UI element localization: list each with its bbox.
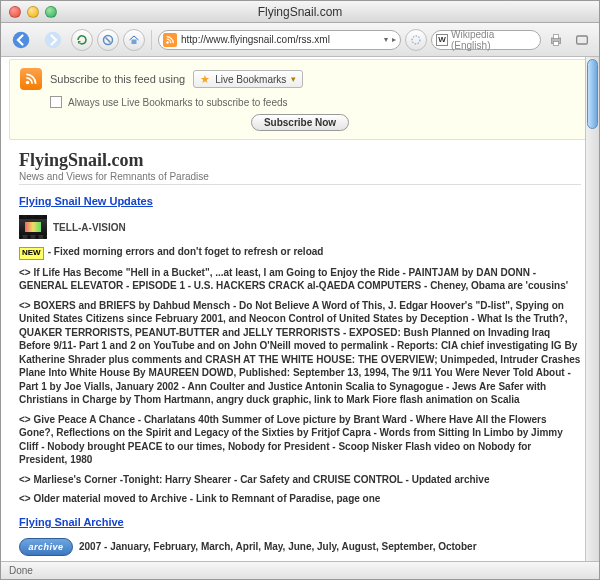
stop-icon: [102, 34, 114, 46]
home-icon: [128, 34, 140, 46]
back-icon: [12, 31, 30, 49]
downloads-icon: [574, 32, 590, 48]
search-bar[interactable]: W Wikipedia (English): [431, 30, 541, 50]
url-text: http://www.flyingsnail.com/rss.xml: [181, 34, 380, 45]
svg-rect-10: [577, 36, 588, 44]
search-placeholder: Wikipedia (English): [451, 29, 536, 51]
feed-para-1: <> If Life Has Become "Hell in a Bucket"…: [19, 266, 581, 293]
rss-badge-icon: [20, 68, 42, 90]
feed-title: FlyingSnail.com: [19, 150, 581, 171]
content-area: Subscribe to this feed using ★ Live Book…: [1, 57, 599, 561]
new-badge: NEW: [19, 247, 44, 260]
svg-point-0: [13, 31, 30, 48]
svg-point-6: [412, 36, 420, 44]
window-title: FlyingSnail.com: [1, 5, 599, 19]
subscribe-selector[interactable]: ★ Live Bookmarks ▾: [193, 70, 303, 88]
url-dropdown-icon[interactable]: ▾: [384, 35, 388, 44]
downloads-button[interactable]: [571, 29, 593, 51]
subscribe-label: Subscribe to this feed using: [50, 73, 185, 85]
browser-window: FlyingSnail.com http://www.flyingsnail.c…: [0, 0, 600, 580]
tellavision-row: TELL-A-VISION: [19, 215, 581, 239]
new-line: NEW- Fixed morning errors and don't foge…: [19, 245, 581, 260]
titlebar: FlyingSnail.com: [1, 1, 599, 23]
reload-button[interactable]: [71, 29, 93, 51]
status-text: Done: [9, 565, 33, 576]
vertical-scrollbar[interactable]: [585, 57, 599, 561]
feed-para-3: <> Give Peace A Chance - Charlatans 40th…: [19, 413, 581, 467]
feed-para-2: <> BOXERS and BRIEFS by Dahbud Mensch - …: [19, 299, 581, 407]
feed-tagline: News and Views for Remnants of Paradise: [19, 171, 581, 185]
rss-favicon-icon: [163, 33, 177, 47]
archive-header: archive 2007 - January, February, March,…: [19, 538, 581, 556]
svg-point-5: [166, 41, 169, 44]
stop-button[interactable]: [97, 29, 119, 51]
svg-rect-8: [553, 34, 558, 38]
updates-link[interactable]: Flying Snail New Updates: [19, 195, 153, 207]
reload-icon: [76, 34, 88, 46]
subscribe-now-button[interactable]: Subscribe Now: [251, 114, 349, 131]
bookmark-star-icon: ★: [200, 73, 210, 86]
chevron-down-icon: ▾: [291, 74, 296, 84]
archive-badge: archive: [19, 538, 73, 556]
svg-rect-4: [132, 39, 137, 44]
subscribe-panel: Subscribe to this feed using ★ Live Book…: [9, 59, 591, 140]
tellavision-label: TELL-A-VISION: [53, 222, 126, 233]
svg-line-3: [106, 37, 111, 42]
new-line-text: - Fixed morning errors and don't foget t…: [48, 246, 324, 257]
subscribe-selector-label: Live Bookmarks: [215, 74, 286, 85]
toolbar-sep: [151, 30, 152, 50]
always-checkbox[interactable]: [50, 96, 62, 108]
wikipedia-icon: W: [436, 34, 448, 46]
print-button[interactable]: [545, 29, 567, 51]
film-icon: [19, 215, 47, 239]
back-button[interactable]: [7, 29, 35, 51]
scrollbar-thumb[interactable]: [587, 59, 598, 129]
toolbar: http://www.flyingsnail.com/rss.xml ▾ ▸ W…: [1, 23, 599, 57]
archive-link[interactable]: Flying Snail Archive: [19, 516, 124, 528]
archive-months: 2007 - January, February, March, April, …: [79, 540, 477, 554]
home-button[interactable]: [123, 29, 145, 51]
spinner-icon: [410, 34, 422, 46]
print-icon: [548, 32, 564, 48]
always-label: Always use Live Bookmarks to subscribe t…: [68, 97, 288, 108]
url-bar[interactable]: http://www.flyingsnail.com/rss.xml ▾ ▸: [158, 30, 401, 50]
forward-button[interactable]: [39, 29, 67, 51]
svg-point-1: [45, 31, 62, 48]
forward-icon: [44, 31, 62, 49]
feed-para-5: <> Older material moved to Archive - Lin…: [19, 492, 581, 506]
feed-para-4: <> Marliese's Corner -Tonight: Harry She…: [19, 473, 581, 487]
svg-rect-9: [553, 41, 558, 45]
svg-point-11: [26, 81, 30, 85]
activity-indicator: [405, 29, 427, 51]
url-go-icon[interactable]: ▸: [392, 35, 396, 44]
statusbar: Done: [1, 561, 599, 579]
feed-body: FlyingSnail.com News and Views for Remna…: [1, 142, 599, 561]
